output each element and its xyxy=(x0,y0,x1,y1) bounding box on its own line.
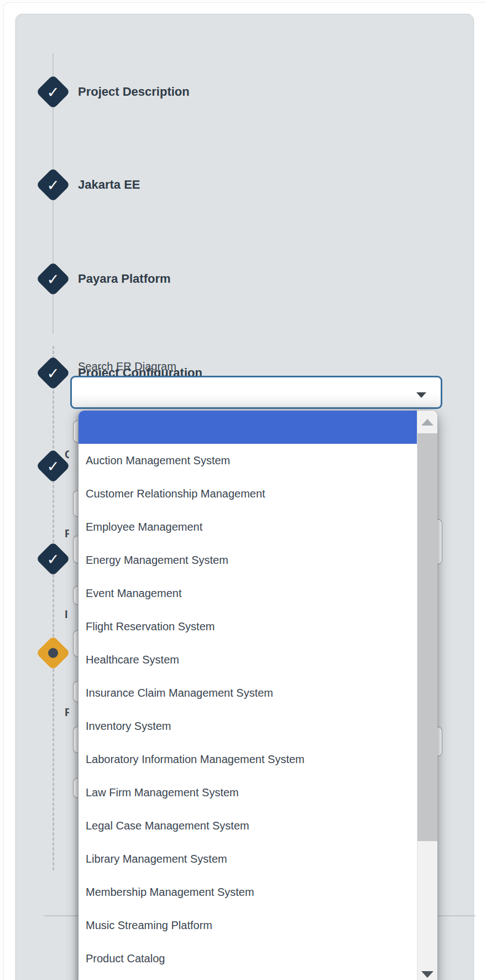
triangle-up-icon xyxy=(421,419,433,426)
dropdown-option[interactable]: Law Firm Management System xyxy=(79,776,417,809)
obscured-input-sliver xyxy=(73,586,78,605)
obscured-input-sliver xyxy=(73,681,78,702)
er-diagram-select[interactable] xyxy=(70,376,442,409)
dropdown-scrollbar[interactable] xyxy=(417,411,437,980)
check-icon: ✓ xyxy=(41,547,65,571)
obscured-input-sliver xyxy=(73,490,78,517)
dot-icon xyxy=(46,646,60,660)
obscured-input-sliver xyxy=(73,630,78,657)
dropdown-option[interactable]: Insurance Claim Management System xyxy=(79,676,417,709)
check-diamond-icon: ✓ xyxy=(36,356,70,390)
triangle-down-icon xyxy=(421,971,433,978)
dropdown-option[interactable]: Healthcare System xyxy=(79,643,417,676)
dropdown-option[interactable]: Product Catalog xyxy=(79,942,417,975)
obscured-input-sliver xyxy=(73,727,78,753)
scrollbar-up-button[interactable] xyxy=(417,411,437,433)
dropdown-option[interactable]: Property Management System xyxy=(79,975,417,980)
dropdown-option[interactable]: Music Streaming Platform xyxy=(79,909,417,942)
check-icon: ✓ xyxy=(41,173,65,197)
check-diamond-icon: ✓ xyxy=(36,168,70,202)
obscured-label-fragment: F xyxy=(65,527,69,540)
obscured-input-sliver xyxy=(437,727,442,756)
page: ✓Project Description✓Jakarta EE✓Payara P… xyxy=(0,0,486,980)
wizard-card: ✓Project Description✓Jakarta EE✓Payara P… xyxy=(15,14,474,980)
obscured-input-sliver xyxy=(437,519,442,564)
dropdown-option[interactable]: Customer Relationship Management xyxy=(79,477,417,510)
check-diamond-icon: ✓ xyxy=(36,542,70,576)
obscured-label-fragment: C xyxy=(65,448,69,461)
step-label: Jakarta EE xyxy=(78,178,140,192)
check-diamond-icon: ✓ xyxy=(36,75,70,109)
dropdown-option[interactable]: Inventory System xyxy=(79,709,417,743)
dropdown-option[interactable]: Membership Management System xyxy=(79,875,417,909)
dropdown-option[interactable]: Library Management System xyxy=(79,842,417,875)
stepper-connector-dashed xyxy=(53,346,54,870)
obscured-label-fragment: F xyxy=(65,706,69,719)
dropdown-option[interactable]: Event Management xyxy=(79,577,417,610)
scrollbar-thumb[interactable] xyxy=(417,433,437,841)
check-icon: ✓ xyxy=(41,361,65,385)
dropdown-option[interactable]: Energy Management System xyxy=(79,543,417,577)
dropdown-option-list: Auction Management SystemCustomer Relati… xyxy=(79,411,417,980)
dropdown-option[interactable]: Legal Case Management System xyxy=(79,809,417,842)
obscured-input-sliver xyxy=(73,536,78,563)
dropdown-option[interactable]: Employee Management xyxy=(79,510,417,543)
dropdown-option[interactable]: Laboratory Information Management System xyxy=(79,743,417,776)
check-icon: ✓ xyxy=(41,454,65,478)
obscured-input-sliver xyxy=(73,421,78,443)
check-icon: ✓ xyxy=(41,267,65,291)
step-label: Payara Platform xyxy=(78,272,171,286)
dropdown-option[interactable]: Auction Management System xyxy=(79,444,417,477)
obscured-label-fragment: I xyxy=(65,608,69,621)
chevron-down-icon xyxy=(416,392,426,398)
scrollbar-down-button[interactable] xyxy=(417,962,437,980)
dropdown-option[interactable]: Flight Reservation System xyxy=(79,610,417,643)
er-diagram-dropdown: Auction Management SystemCustomer Relati… xyxy=(79,411,437,980)
check-icon: ✓ xyxy=(41,80,65,104)
obscured-input-sliver xyxy=(73,778,78,798)
active-diamond-icon xyxy=(36,636,70,670)
search-er-diagram-label: Search ER Diagram xyxy=(78,360,176,373)
check-diamond-icon: ✓ xyxy=(36,262,70,296)
dropdown-option-selected-empty[interactable] xyxy=(79,411,417,444)
step-label: Project Description xyxy=(78,85,190,99)
